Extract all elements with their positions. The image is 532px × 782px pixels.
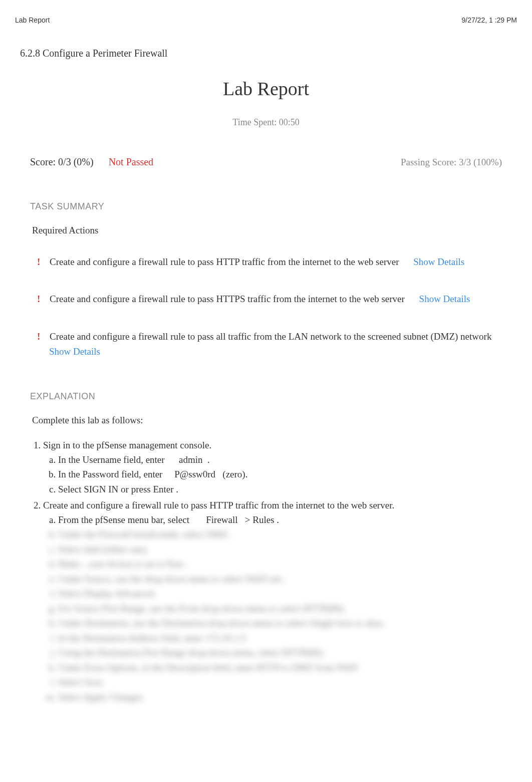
section-title: 6.2.8 Configure a Perimeter Firewall xyxy=(15,46,517,65)
explanation-heading: EXPLANATION xyxy=(30,390,502,403)
time-spent: Time Spent: 00:50 xyxy=(30,116,502,129)
step-2: Create and configure a firewall rule to … xyxy=(43,498,502,704)
passing-score: Passing Score: 3/3 (100%) xyxy=(401,155,502,170)
doc-header-datetime: 9/27/22, 1 :29 PM xyxy=(461,15,517,26)
report-card: Lab Report Time Spent: 00:50 Score: 0/3 … xyxy=(15,65,517,726)
explanation-intro: Complete this lab as follows: xyxy=(32,413,502,428)
step-2a: From the pfSense menu bar, select Firewa… xyxy=(58,513,502,528)
step-1a: In the Username field, enter admin . xyxy=(58,453,502,467)
task-text: Create and configure a firewall rule to … xyxy=(50,256,399,267)
show-details-link[interactable]: Show Details xyxy=(413,256,464,267)
step-1c: Select SIGN IN or press Enter . xyxy=(58,482,502,497)
required-actions-heading: Required Actions xyxy=(30,223,502,238)
step-1b: In the Password field, enter P@ssw0rd (z… xyxy=(58,467,502,482)
fail-icon: ! xyxy=(37,256,40,267)
task-item: ! Create and configure a firewall rule t… xyxy=(30,322,502,367)
blurred-content: Under the Firewall breadcrumb, select DM… xyxy=(43,528,502,704)
task-text: Create and configure a firewall rule to … xyxy=(50,331,491,342)
page-title: Lab Report xyxy=(30,75,502,103)
score-text: Score: 0/3 (0%) xyxy=(30,154,94,169)
status-badge: Not Passed xyxy=(109,154,153,169)
explanation-body: Complete this lab as follows: Sign in to… xyxy=(30,413,502,705)
doc-header-title: Lab Report xyxy=(15,15,50,26)
show-details-link[interactable]: Show Details xyxy=(49,346,100,357)
task-item: ! Create and configure a firewall rule t… xyxy=(30,247,502,277)
steps-list: Sign in to the pfSense management consol… xyxy=(32,438,502,704)
score-row: Score: 0/3 (0%) Not Passed Passing Score… xyxy=(30,154,502,170)
task-summary-heading: TASK SUMMARY xyxy=(30,200,502,213)
fail-icon: ! xyxy=(37,331,40,342)
task-text: Create and configure a firewall rule to … xyxy=(50,294,405,304)
fail-icon: ! xyxy=(37,294,40,304)
show-details-link[interactable]: Show Details xyxy=(419,294,470,304)
step-1: Sign in to the pfSense management consol… xyxy=(43,438,502,496)
task-item: ! Create and configure a firewall rule t… xyxy=(30,285,502,314)
